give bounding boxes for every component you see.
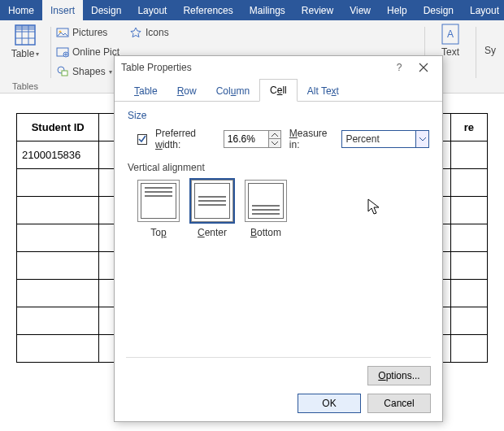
dialog-help-button[interactable]: ? bbox=[387, 58, 411, 77]
valign-center[interactable]: Center bbox=[191, 180, 233, 238]
tab-home[interactable]: Home bbox=[0, 0, 42, 20]
pictures-label: Pictures bbox=[72, 27, 107, 38]
table-icon bbox=[14, 24, 37, 46]
measure-in-value: Percent bbox=[345, 133, 379, 145]
tab-review[interactable]: Review bbox=[293, 0, 341, 20]
preferred-width-input[interactable] bbox=[224, 130, 281, 148]
spin-down[interactable] bbox=[269, 139, 280, 147]
measure-in-label: Measure in: bbox=[289, 128, 334, 150]
valign-top-label: Top bbox=[150, 227, 166, 238]
measure-in-select[interactable]: Percent bbox=[341, 130, 429, 148]
svg-rect-5 bbox=[15, 25, 35, 30]
size-section-label: Size bbox=[128, 110, 429, 121]
dialog-titlebar[interactable]: Table Properties ? bbox=[115, 56, 442, 79]
valign-bottom-label: Bottom bbox=[250, 227, 281, 238]
valign-center-label: Center bbox=[198, 227, 227, 238]
ribbon-group-symbols: Sy bbox=[481, 24, 499, 93]
dialog-body: Size Preferred width: Measure in: Percen… bbox=[115, 102, 442, 349]
vertical-alignment-label: Vertical alignment bbox=[128, 162, 429, 173]
online-pictures-icon bbox=[56, 46, 69, 59]
online-pictures-label: Online Pict bbox=[72, 46, 119, 58]
shapes-label: Shapes bbox=[72, 66, 106, 77]
dialog-tabs: Table Row Column Cell Alt Text bbox=[115, 79, 442, 102]
svg-text:A: A bbox=[447, 28, 454, 40]
table-button[interactable]: Table▾ bbox=[8, 24, 42, 59]
preferred-width-checkbox[interactable] bbox=[137, 134, 147, 145]
dialog-tab-cell[interactable]: Cell bbox=[259, 79, 298, 102]
valign-top[interactable]: Top bbox=[137, 180, 180, 238]
check-icon bbox=[138, 135, 146, 143]
dialog-title: Table Properties bbox=[121, 62, 192, 73]
tab-table-design[interactable]: Design bbox=[415, 0, 462, 20]
online-pictures-button[interactable]: Online Pict bbox=[56, 43, 119, 61]
table-cell[interactable]: 2100015836 bbox=[17, 141, 99, 169]
symbols-label: Sy bbox=[484, 24, 496, 56]
dialog-tab-row[interactable]: Row bbox=[167, 81, 206, 102]
dropdown-arrow bbox=[415, 131, 428, 147]
chevron-down-icon bbox=[419, 137, 426, 141]
icons-button[interactable]: Icons bbox=[129, 24, 169, 41]
tab-design[interactable]: Design bbox=[83, 0, 129, 20]
tab-layout[interactable]: Layout bbox=[129, 0, 175, 20]
dialog-footer: Options... OK Cancel bbox=[115, 349, 442, 421]
cancel-button[interactable]: Cancel bbox=[367, 394, 431, 413]
tab-view[interactable]: View bbox=[341, 0, 379, 20]
table-header-right[interactable]: re bbox=[450, 114, 487, 141]
text-button-label: Text bbox=[441, 46, 459, 58]
ribbon-group-tables: Table▾ Tables bbox=[5, 24, 46, 93]
tab-references[interactable]: References bbox=[175, 0, 241, 20]
table-button-label: Table bbox=[11, 48, 35, 59]
pictures-button[interactable]: Pictures bbox=[56, 24, 119, 41]
chevron-down-icon bbox=[272, 141, 278, 146]
close-icon bbox=[419, 63, 428, 72]
ok-button[interactable]: OK bbox=[298, 394, 361, 413]
tab-insert[interactable]: Insert bbox=[42, 0, 83, 20]
svg-rect-11 bbox=[62, 71, 67, 76]
spin-up[interactable] bbox=[269, 131, 280, 139]
table-header-student-id[interactable]: Student ID bbox=[17, 114, 99, 141]
table-properties-dialog: Table Properties ? Table Row Column Cell… bbox=[114, 55, 443, 422]
ribbon-tabs: Home Insert Design Layout References Mai… bbox=[0, 0, 504, 20]
shapes-icon bbox=[56, 65, 69, 78]
text-box-icon: A bbox=[441, 24, 459, 45]
dialog-tab-column[interactable]: Column bbox=[206, 81, 259, 102]
preferred-width-label: Preferred width: bbox=[155, 128, 215, 150]
icons-icon bbox=[129, 26, 142, 39]
tab-mailings[interactable]: Mailings bbox=[241, 0, 293, 20]
dialog-tab-table[interactable]: Table bbox=[124, 81, 167, 102]
preferred-width-field[interactable] bbox=[224, 131, 268, 147]
ribbon-group-illustrations: Pictures Online Pict Shapes▾ bbox=[56, 24, 119, 93]
pictures-icon bbox=[56, 26, 69, 39]
tab-help[interactable]: Help bbox=[379, 0, 415, 20]
icons-label: Icons bbox=[146, 27, 169, 38]
options-button[interactable]: Options... bbox=[367, 366, 431, 385]
dialog-tab-alt-text[interactable]: Alt Text bbox=[298, 81, 349, 102]
dialog-close-button[interactable] bbox=[411, 58, 436, 77]
tab-table-layout[interactable]: Layout bbox=[462, 0, 504, 20]
text-button[interactable]: A Text bbox=[433, 24, 467, 58]
shapes-button[interactable]: Shapes▾ bbox=[56, 63, 119, 81]
valign-bottom[interactable]: Bottom bbox=[245, 180, 287, 238]
tables-group-label: Tables bbox=[12, 81, 38, 93]
chevron-up-icon bbox=[272, 133, 278, 137]
